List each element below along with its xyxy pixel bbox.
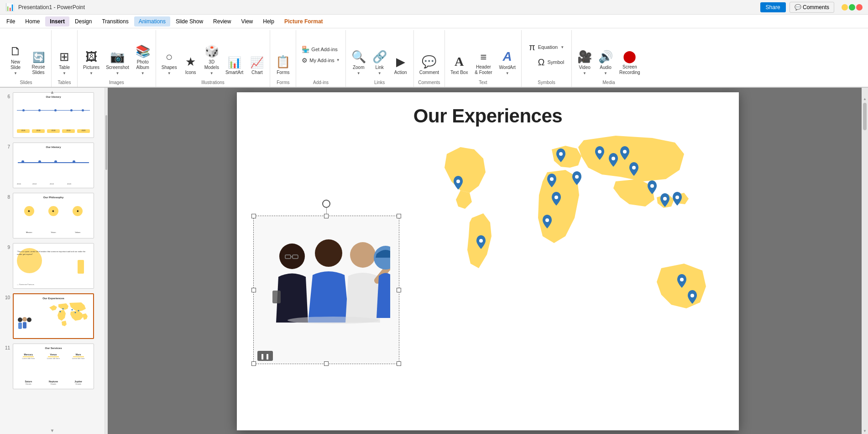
addins-group-label: Add-ins: [299, 79, 342, 85]
svg-point-36: [288, 317, 379, 324]
people-illustration: [254, 216, 399, 364]
svg-point-3: [75, 312, 76, 313]
handle-tl[interactable]: [251, 214, 256, 218]
reuse-slides-icon: 🔄: [32, 52, 45, 64]
menu-file[interactable]: File: [2, 16, 20, 26]
menu-home[interactable]: Home: [21, 16, 44, 26]
photo-album-icon: 📚: [136, 44, 150, 58]
icons-icon: ★: [185, 55, 196, 69]
pictures-icon: 🖼: [85, 50, 97, 64]
smartart-button[interactable]: 📊 SmartArt: [223, 42, 246, 77]
svg-point-21: [650, 184, 654, 188]
maximize-button[interactable]: [849, 4, 855, 11]
handle-mr[interactable]: [397, 288, 401, 292]
my-add-ins-button[interactable]: ⚙ My Add-ins ▼: [299, 55, 342, 65]
handle-bl[interactable]: [251, 361, 256, 366]
screenshot-button[interactable]: 📷 Screenshot ▼: [103, 42, 132, 77]
get-add-ins-button[interactable]: 🏪 Get Add-ins: [299, 44, 342, 54]
audio-icon: 🔊: [598, 50, 613, 64]
svg-point-12: [559, 152, 563, 156]
slide-thumb-7[interactable]: 7 Our History 2016 2018 2019 2020: [2, 142, 103, 189]
pictures-button[interactable]: 🖼 Pictures ▼: [80, 42, 102, 77]
panel-scroll-down[interactable]: ▼: [50, 428, 55, 433]
forms-button[interactable]: 📋 Forms: [273, 42, 293, 77]
menu-slideshow[interactable]: Slide Show: [171, 16, 208, 26]
new-slide-button[interactable]: 🗋 NewSlide ▼: [4, 42, 27, 77]
media-group-label: Media: [575, 79, 643, 85]
header-footer-button[interactable]: ≡ Header& Footer: [471, 42, 495, 77]
svg-point-15: [545, 218, 549, 222]
svg-point-25: [680, 278, 684, 281]
slide-thumb-6[interactable]: 6 Our History 2016 2018 2018 2019 2020: [2, 91, 103, 139]
icons-button[interactable]: ★ Icons: [181, 42, 201, 77]
comments-button[interactable]: 💬 Comments: [790, 2, 834, 13]
svg-point-26: [690, 294, 694, 297]
canvas-scrollbar[interactable]: ▲ ▼: [862, 88, 868, 434]
screen-recording-button[interactable]: ⬤ ScreenRecording: [617, 42, 643, 77]
slide-thumb-10[interactable]: 10 Our Experiences: [2, 292, 103, 340]
media-pause-button[interactable]: ❚❚: [257, 351, 273, 361]
link-button[interactable]: 🔗 Link ▼: [370, 42, 390, 77]
slide-thumb-8[interactable]: 8 Our Philosophy ✦ ✦ ✦ Mission Vision Va…: [2, 192, 103, 239]
audio-button[interactable]: 🔊 Audio ▼: [596, 42, 616, 77]
video-button[interactable]: 🎥 Video ▼: [575, 42, 595, 77]
slide-num-10: 10: [3, 293, 10, 300]
menu-review[interactable]: Review: [209, 16, 235, 26]
header-footer-icon: ≡: [480, 51, 486, 64]
handle-br[interactable]: [397, 361, 401, 366]
table-button[interactable]: ⊞ Table ▼: [54, 42, 74, 77]
menu-design[interactable]: Design: [70, 16, 96, 26]
slide-title: Our Experiences: [237, 92, 739, 127]
menu-insert[interactable]: Insert: [45, 16, 69, 26]
comments-group-label: Comments: [417, 79, 442, 85]
symbol-icon: Ω: [538, 57, 544, 68]
reuse-slides-button[interactable]: 🔄 ReuseSlides: [28, 42, 48, 77]
table-icon: ⊞: [59, 50, 69, 64]
equation-icon: π: [529, 42, 535, 53]
panel-scroll-up[interactable]: ▲: [50, 90, 55, 95]
ribbon-group-addins: 🏪 Get Add-ins ⚙ My Add-ins ▼ Add-ins: [296, 30, 345, 87]
photo-album-button[interactable]: 📚 PhotoAlbum ▼: [133, 42, 153, 77]
links-group-label: Links: [349, 79, 411, 85]
svg-point-23: [663, 197, 667, 201]
close-button[interactable]: [856, 4, 863, 11]
menu-bar: File Home Insert Design Transitions Anim…: [0, 15, 868, 28]
comment-button[interactable]: 💬 Comment: [417, 42, 442, 77]
menu-transitions[interactable]: Transitions: [97, 16, 133, 26]
ribbon-group-media: 🎥 Video ▼ 🔊 Audio ▼ ⬤ ScreenRecording Me…: [572, 30, 646, 87]
svg-point-1: [63, 308, 64, 310]
slide-thumb-9[interactable]: 9 "This is a quote, words full of wisdom…: [2, 242, 103, 290]
handle-ml[interactable]: [251, 288, 256, 292]
action-icon: ▶: [396, 55, 405, 69]
slide-thumb-11[interactable]: 11 Our Services Mercury Lorem title here…: [2, 343, 103, 390]
svg-rect-10: [27, 323, 31, 329]
equation-button[interactable]: π Equation ▼: [526, 40, 567, 54]
chart-icon: 📈: [250, 56, 264, 69]
menu-view[interactable]: View: [236, 16, 257, 26]
menu-picture-format[interactable]: Picture Format: [280, 16, 328, 26]
minimize-button[interactable]: [842, 4, 848, 11]
share-button[interactable]: Share: [760, 2, 786, 12]
menu-help[interactable]: Help: [258, 16, 279, 26]
menu-animations[interactable]: Animations: [134, 16, 170, 26]
action-button[interactable]: ▶ Action: [391, 42, 411, 77]
svg-point-30: [350, 242, 376, 268]
wordart-button[interactable]: A WordArt ▼: [496, 42, 518, 77]
slide-canvas[interactable]: Our Experiences: [237, 92, 739, 430]
my-add-ins-icon: ⚙: [302, 57, 308, 64]
zoom-button[interactable]: 🔍 Zoom ▼: [349, 42, 369, 77]
ribbon-group-slides: 🗋 NewSlide ▼ 🔄 ReuseSlides Slides: [4, 30, 52, 87]
rotate-handle[interactable]: [322, 200, 330, 208]
handle-tr[interactable]: [397, 214, 401, 218]
slide-num-7: 7: [3, 143, 10, 149]
image-selection-box[interactable]: ❚❚: [253, 216, 399, 364]
3d-models-button[interactable]: 🎲 3DModels ▼: [202, 42, 222, 77]
screen-recording-icon: ⬤: [623, 49, 636, 64]
shapes-button[interactable]: ○ Shapes ▼: [159, 42, 180, 77]
handle-tc[interactable]: [324, 214, 329, 218]
text-box-button[interactable]: A Text Box: [448, 42, 471, 77]
text-group-label: Text: [448, 79, 518, 85]
handle-bc[interactable]: [324, 361, 329, 366]
symbol-button[interactable]: Ω Symbol: [526, 55, 567, 69]
chart-button[interactable]: 📈 Chart: [247, 42, 267, 77]
